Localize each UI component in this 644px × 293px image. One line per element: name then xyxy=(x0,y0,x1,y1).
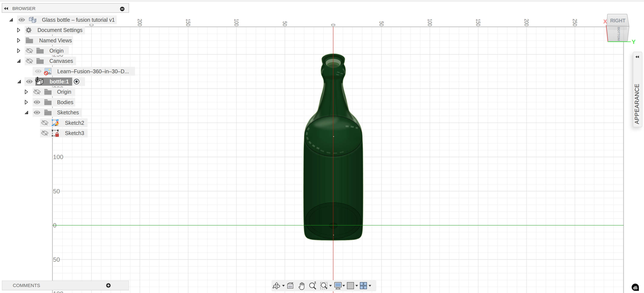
svg-text:Sketches: Sketches xyxy=(57,110,79,116)
svg-text:Origin: Origin xyxy=(57,89,71,95)
svg-text:100: 100 xyxy=(426,19,434,26)
svg-text:Document Settings: Document Settings xyxy=(38,27,82,33)
svg-text:Learn–Fusion–360–in–30–D...: Learn–Fusion–360–in–30–D... xyxy=(57,68,129,74)
svg-text:50: 50 xyxy=(378,21,385,26)
svg-text:COMMENTS: COMMENTS xyxy=(13,283,40,288)
svg-text:Y: Y xyxy=(632,38,636,45)
svg-text:0: 0 xyxy=(330,24,337,26)
svg-text:100: 100 xyxy=(233,19,240,26)
svg-text:200: 200 xyxy=(523,19,530,26)
svg-text:150: 150 xyxy=(475,19,482,26)
svg-text:RIGHT: RIGHT xyxy=(610,18,626,24)
svg-text:Canvases: Canvases xyxy=(50,58,73,64)
svg-text:Bodies: Bodies xyxy=(57,99,73,105)
svg-text:Sketch2: Sketch2 xyxy=(65,120,84,126)
svg-text:100: 100 xyxy=(53,154,63,160)
svg-text:Named Views: Named Views xyxy=(39,38,72,44)
svg-text:250: 250 xyxy=(572,19,578,26)
svg-text:150: 150 xyxy=(185,19,192,26)
svg-text:100: 100 xyxy=(53,290,63,293)
svg-text:Sketch3: Sketch3 xyxy=(65,130,84,136)
svg-text:APPEARANCE: APPEARANCE xyxy=(634,84,640,124)
svg-text:50: 50 xyxy=(282,21,288,26)
svg-text:Glass bottle – fusion tutorial: Glass bottle – fusion tutorial v1 xyxy=(42,17,115,23)
svg-text:50: 50 xyxy=(53,188,60,194)
svg-text:X: X xyxy=(603,18,607,25)
svg-text:Origin: Origin xyxy=(50,48,64,54)
svg-text:BOTTOM: BOTTOM xyxy=(617,27,620,41)
svg-text:50: 50 xyxy=(53,256,60,263)
svg-text:bottle:1: bottle:1 xyxy=(50,78,69,84)
